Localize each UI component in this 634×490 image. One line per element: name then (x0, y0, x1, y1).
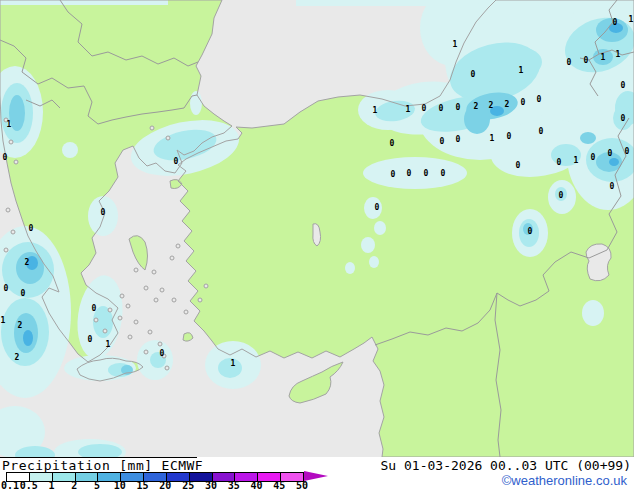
precip-value-marker: 2 (489, 101, 494, 110)
precip-value-marker: 0 (456, 135, 461, 144)
precip-value-marker: 0 (174, 157, 179, 166)
precip-value-marker: 0 (440, 137, 445, 146)
colorbar-tick: 45 (273, 480, 285, 490)
precip-value-marker: 2 (25, 258, 30, 267)
precip-value-marker: 0 (160, 349, 165, 358)
precip-value-marker: 1 (629, 15, 634, 24)
legend-bar: Precipitation[mm]ECMWF 0.10.512510152025… (0, 457, 634, 490)
precip-value-marker: 2 (474, 102, 479, 111)
precip-value-marker: 0 (422, 104, 427, 113)
precip-value-marker: 1 (490, 134, 495, 143)
precip-value-marker: 2 (505, 100, 510, 109)
precip-value-marker: 1 (453, 40, 458, 49)
precipitation-map: 1000020012200101101110002220001001100001… (0, 0, 634, 457)
precip-value-marker: 0 (537, 95, 542, 104)
precip-value-marker: 0 (375, 203, 380, 212)
legend-model: ECMWF (162, 458, 204, 473)
precip-value-marker: 0 (407, 169, 412, 178)
precip-value-marker: 0 (625, 147, 630, 156)
precip-value-marker: 0 (507, 132, 512, 141)
map-canvas: 1000020012200101101110002220001001100001… (0, 0, 634, 457)
forecast-datetime: Su 01-03-2026 00..03 UTC (00+99) (381, 458, 631, 473)
colorbar-tick: 50 (296, 480, 308, 490)
precip-value-marker: 0 (88, 335, 93, 344)
precip-value-marker: 0 (439, 104, 444, 113)
precip-value-marker: 0 (591, 153, 596, 162)
precip-value-marker: 0 (21, 289, 26, 298)
precip-value-marker: 0 (516, 161, 521, 170)
precip-value-marker: 1 (601, 53, 606, 62)
colorbar-ticks: 0.10.5125101520253035404550 (0, 480, 340, 490)
precip-value-marker: 0 (584, 56, 589, 65)
colorbar-tick: 5 (94, 480, 100, 490)
copyright-credit: ©weatheronline.co.uk (502, 473, 627, 488)
precip-value-marker: 0 (391, 170, 396, 179)
precip-value-marker: 0 (621, 81, 626, 90)
precip-value-marker: 0 (610, 182, 615, 191)
precip-value-marker: 1 (406, 105, 411, 114)
precip-value-marker: 2 (18, 321, 23, 330)
colorbar-tick: 0.1 (1, 480, 19, 490)
precip-value-marker: 0 (528, 227, 533, 236)
precip-value-marker: 0 (456, 103, 461, 112)
lake-tuz (313, 224, 321, 246)
colorbar-tick: 40 (250, 480, 262, 490)
colorbar-tick: 30 (205, 480, 217, 490)
precip-value-marker: 2 (15, 353, 20, 362)
precip-value-marker: 0 (613, 18, 618, 27)
precip-value-marker: 0 (441, 169, 446, 178)
precip-value-marker: 0 (390, 139, 395, 148)
legend-parameter: Precipitation (2, 458, 110, 473)
precip-value-marker: 0 (424, 169, 429, 178)
colorbar-tick: 1 (49, 480, 55, 490)
precip-value-marker: 0 (559, 191, 564, 200)
precip-value-marker: 1 (7, 120, 12, 129)
colorbar-tick: 25 (182, 480, 194, 490)
precip-value-marker: 0 (557, 158, 562, 167)
precip-value-marker: 0 (539, 127, 544, 136)
colorbar-tick: 35 (228, 480, 240, 490)
colorbar-tick: 10 (114, 480, 126, 490)
precip-value-marker: 0 (521, 98, 526, 107)
precip-value-marker: 0 (3, 153, 8, 162)
precip-value-marker: 0 (471, 70, 476, 79)
precip-value-marker: 1 (616, 50, 621, 59)
precip-value-marker: 0 (608, 149, 613, 158)
precip-value-marker: 1 (574, 156, 579, 165)
legend-unit: [mm] (119, 458, 152, 473)
colorbar-tick: 0.5 (20, 480, 38, 490)
precip-value-marker: 0 (101, 208, 106, 217)
colorbar-tick: 15 (137, 480, 149, 490)
precip-value-marker: 1 (106, 340, 111, 349)
precip-value-marker: 0 (621, 114, 626, 123)
precip-value-marker: 0 (567, 58, 572, 67)
precip-value-marker: 1 (373, 106, 378, 115)
legend-title: Precipitation[mm]ECMWF (2, 458, 212, 473)
precip-value-marker: 0 (29, 224, 34, 233)
precip-value-marker: 0 (92, 304, 97, 313)
weather-map-screenshot: 1000020012200101101110002220001001100001… (0, 0, 634, 490)
precip-value-marker: 1 (1, 316, 6, 325)
precip-value-marker: 0 (4, 284, 9, 293)
precip-value-marker: 1 (231, 359, 236, 368)
colorbar-tick: 20 (159, 480, 171, 490)
colorbar-tick: 2 (71, 480, 77, 490)
precip-value-marker: 1 (519, 66, 524, 75)
